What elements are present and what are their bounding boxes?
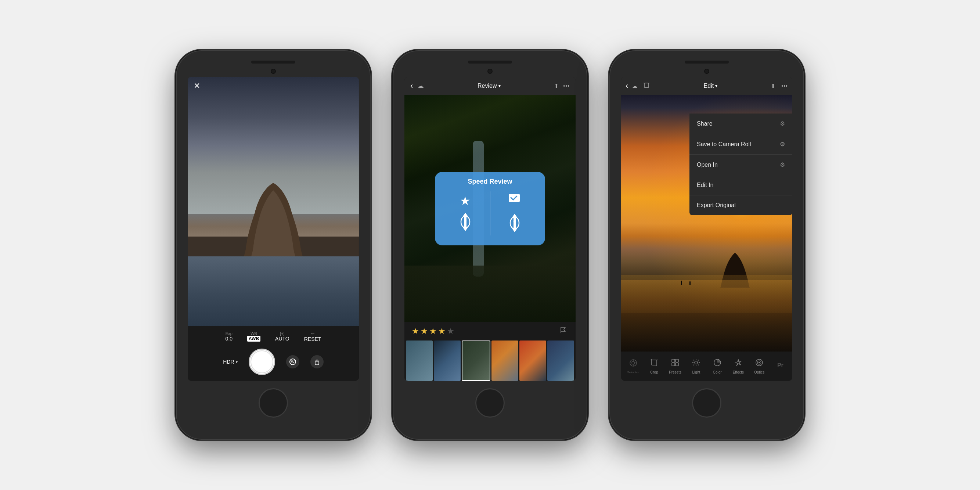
share-button[interactable]: ⬆ [554, 83, 559, 90]
speed-review-title: Speed Review [468, 178, 512, 186]
filmstrip-thumb-4[interactable] [492, 340, 518, 381]
star-1[interactable]: ★ [412, 326, 419, 336]
reset-value: RESET [304, 336, 321, 342]
more-button[interactable]: ••• [563, 83, 570, 89]
star-3[interactable]: ★ [430, 326, 437, 336]
swipe-up-down-gesture-left [456, 211, 474, 233]
svg-rect-20 [672, 359, 675, 362]
color-wheel-icon [713, 358, 721, 367]
svg-point-36 [759, 362, 760, 363]
effects-tool[interactable]: Effects [728, 356, 749, 377]
phone-speaker [251, 60, 295, 64]
optics-icon [755, 358, 763, 369]
save-gear-icon[interactable]: ⚙ [780, 141, 785, 148]
flag-empty-icon [559, 326, 568, 335]
phone-front-camera [704, 69, 709, 74]
filmstrip-thumb-3[interactable] [462, 340, 490, 381]
phone-camera: ✕ Exp 0.0 WB AWB [176, 50, 371, 440]
lock-icon [314, 358, 320, 365]
checkmark-flag-icon [508, 193, 521, 207]
back-button[interactable]: ‹ [625, 81, 628, 91]
more-button[interactable]: ••• [781, 83, 788, 89]
home-button[interactable] [475, 388, 505, 418]
filmstrip-thumb-1[interactable] [406, 340, 433, 381]
svg-rect-15 [652, 360, 657, 365]
crop-shortcut-button[interactable] [643, 81, 650, 91]
speed-review-flag-panel [490, 191, 539, 235]
camera-viewfinder: ✕ [188, 77, 359, 326]
star-5[interactable]: ★ [447, 326, 454, 336]
share-menu-item[interactable]: Share ⚙ [689, 113, 792, 134]
effects-sparkle-icon [734, 358, 742, 367]
exposure-control[interactable]: Exp 0.0 [226, 331, 232, 342]
save-to-camera-roll-menu-item[interactable]: Save to Camera Roll ⚙ [689, 134, 792, 154]
hdr-button[interactable]: HDR [223, 359, 237, 365]
swipe-up-down-gesture-right [506, 212, 524, 234]
optics-tool[interactable]: Optics [749, 356, 770, 377]
wb-control[interactable]: WB AWB [247, 331, 261, 342]
flag-rating[interactable] [559, 326, 568, 337]
review-rating-bar: ★ ★ ★ ★ ★ [404, 322, 576, 340]
edit-title-arrow[interactable]: ▾ [715, 83, 718, 89]
selective-adjust-icon [629, 359, 637, 367]
camera-controls: Exp 0.0 WB AWB [+] AUTO ↩ [188, 326, 359, 381]
person-silhouette-1 [681, 281, 682, 285]
star-2[interactable]: ★ [421, 326, 428, 336]
cloud-button[interactable]: ☁ [632, 83, 638, 90]
open-in-gear-icon[interactable]: ⚙ [780, 161, 785, 168]
effects-label: Effects [733, 370, 744, 374]
light-tool[interactable]: Light [686, 356, 707, 377]
shutter-button[interactable] [249, 348, 275, 375]
star-rating[interactable]: ★ ★ ★ ★ ★ [412, 326, 454, 336]
cloud-button[interactable]: ☁ [417, 82, 424, 90]
share-button[interactable]: ⬆ [771, 83, 775, 90]
edit-dropdown-menu: Share ⚙ Save to Camera Roll ⚙ Open In ⚙ … [689, 113, 792, 215]
edit-screen: ‹ ☁ Edit ▾ ⬆ ••• [621, 77, 792, 381]
crop-icon [643, 81, 650, 89]
filmstrip-thumb-6[interactable] [547, 340, 574, 381]
flash-button[interactable]: W [286, 355, 299, 368]
phone-review: ‹ ☁ Review ▾ ⬆ ••• [393, 50, 587, 440]
svg-line-29 [694, 360, 694, 360]
star-4[interactable]: ★ [438, 326, 445, 336]
share-gear-icon[interactable]: ⚙ [780, 120, 785, 127]
reset-control[interactable]: ↩ RESET [304, 331, 321, 342]
filmstrip-thumb-5[interactable] [519, 340, 546, 381]
phone-edit: ‹ ☁ Edit ▾ ⬆ ••• [609, 50, 804, 440]
home-button[interactable] [692, 388, 721, 418]
phone-front-camera [487, 69, 493, 74]
review-header: ‹ ☁ Review ▾ ⬆ ••• [404, 77, 576, 95]
close-button[interactable]: ✕ [194, 81, 200, 91]
reset-label: ↩ [311, 331, 314, 336]
lock-button[interactable] [310, 355, 324, 368]
export-original-menu-item[interactable]: Export Original [689, 196, 792, 215]
effects-icon [734, 358, 742, 369]
sun-icon [692, 358, 700, 367]
optics-label: Optics [754, 370, 764, 374]
color-label: Color [713, 370, 722, 374]
crop-tool[interactable]: Crop [644, 356, 665, 377]
open-in-menu-item[interactable]: Open In ⚙ [689, 154, 792, 175]
edit-title: Edit [704, 83, 714, 89]
color-icon [713, 358, 721, 369]
exp-label: Exp [226, 331, 232, 336]
back-button[interactable]: ‹ [410, 81, 413, 91]
filmstrip-thumb-2[interactable] [434, 340, 461, 381]
color-tool[interactable]: Color [707, 356, 728, 377]
star-icon: ★ [460, 194, 471, 208]
edit-in-menu-item[interactable]: Edit In [689, 175, 792, 196]
presets-tool[interactable]: Presets [665, 356, 686, 377]
wb-value: AWB [247, 336, 261, 342]
pr-tool[interactable]: Pr [770, 356, 791, 377]
presets-icon [671, 358, 679, 369]
svg-rect-22 [672, 363, 675, 366]
plus-value: AUTO [275, 336, 290, 342]
svg-rect-6 [644, 83, 649, 88]
plus-control[interactable]: [+] AUTO [275, 331, 290, 342]
selective-tool[interactable]: Selective [623, 356, 644, 377]
svg-point-10 [632, 361, 635, 364]
presets-label: Presets [669, 370, 681, 374]
svg-rect-23 [676, 363, 678, 366]
svg-line-30 [698, 364, 699, 365]
home-button[interactable] [259, 388, 288, 418]
